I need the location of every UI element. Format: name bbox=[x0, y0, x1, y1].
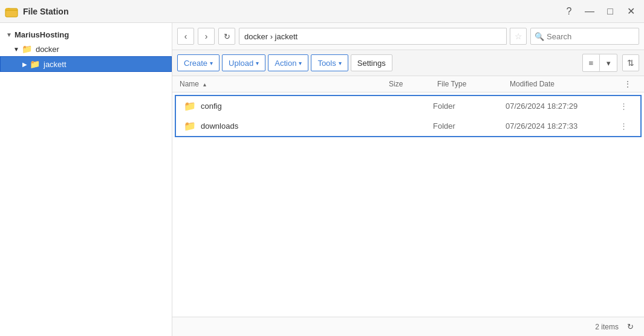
back-button[interactable]: ‹ bbox=[177, 28, 194, 45]
sort-indicator: ▴ bbox=[203, 81, 206, 88]
create-button[interactable]: Create ▾ bbox=[177, 54, 220, 71]
tree-arrow-root: ▼ bbox=[6, 31, 12, 38]
tree-arrow-docker: ▼ bbox=[13, 46, 19, 53]
create-label: Create bbox=[184, 59, 207, 68]
col-header-date[interactable]: Modified Date bbox=[510, 80, 619, 88]
search-bar: 🔍 bbox=[530, 28, 639, 45]
col-header-name[interactable]: Name ▴ bbox=[180, 80, 389, 88]
item-count: 2 items bbox=[595, 323, 619, 331]
app-body: ▼ MariusHosting ▼ 📁 docker ▶ 📁 jackett ‹… bbox=[0, 23, 644, 336]
settings-button[interactable]: Settings bbox=[351, 54, 392, 71]
col-header-more[interactable]: ⋮ bbox=[619, 80, 637, 88]
close-button[interactable]: ✕ bbox=[622, 4, 639, 19]
tools-caret: ▾ bbox=[339, 60, 342, 66]
app-icon bbox=[5, 5, 18, 18]
table-row[interactable]: 📁 downloads Folder 07/26/2024 18:27:33 ⋮ bbox=[176, 116, 640, 136]
col-size-label: Size bbox=[389, 80, 403, 88]
more-icon: ⋮ bbox=[624, 80, 631, 88]
statusbar: 2 items ↻ bbox=[172, 317, 644, 336]
action-button[interactable]: Action ▾ bbox=[268, 54, 308, 71]
sidebar-root-label: MariusHosting bbox=[15, 30, 69, 39]
sidebar-jackett-label: jackett bbox=[44, 60, 67, 69]
folder-icon-downloads: 📁 bbox=[184, 120, 196, 132]
sidebar-item-jackett[interactable]: ▶ 📁 jackett bbox=[0, 56, 172, 72]
create-caret: ▾ bbox=[210, 60, 213, 66]
sidebar: ▼ MariusHosting ▼ 📁 docker ▶ 📁 jackett bbox=[0, 23, 172, 336]
view-btn-group: ≡ ▾ bbox=[582, 54, 617, 72]
folder-icon-jackett: 📁 bbox=[30, 59, 40, 69]
tools-button[interactable]: Tools ▾ bbox=[311, 54, 348, 71]
maximize-button[interactable]: □ bbox=[602, 4, 619, 19]
svg-rect-0 bbox=[5, 8, 18, 17]
col-type-label: File Type bbox=[437, 80, 466, 88]
upload-button[interactable]: Upload ▾ bbox=[222, 54, 265, 71]
view-options-icon: ▾ bbox=[607, 59, 611, 68]
star-button[interactable]: ☆ bbox=[510, 28, 527, 45]
sidebar-docker-label: docker bbox=[36, 45, 59, 54]
path-text: docker › jackett bbox=[244, 32, 298, 41]
col-header-type[interactable]: File Type bbox=[437, 80, 510, 88]
titlebar-controls: ? — □ ✕ bbox=[561, 4, 639, 19]
path-bar: docker › jackett bbox=[239, 28, 507, 45]
list-view-icon: ≡ bbox=[589, 59, 594, 68]
statusbar-refresh-button[interactable]: ↻ bbox=[623, 320, 637, 334]
upload-caret: ▾ bbox=[256, 60, 259, 66]
settings-label: Settings bbox=[357, 59, 386, 68]
help-button[interactable]: ? bbox=[561, 4, 577, 19]
view-options-button[interactable]: ▾ bbox=[600, 54, 617, 71]
search-icon: 🔍 bbox=[535, 32, 544, 41]
file-type-downloads: Folder bbox=[433, 121, 506, 131]
file-date-downloads: 07/26/2024 18:27:33 bbox=[506, 121, 614, 131]
file-name-config: config bbox=[201, 102, 385, 111]
list-view-button[interactable]: ≡ bbox=[583, 54, 600, 71]
minimize-button[interactable]: — bbox=[581, 4, 598, 19]
sort-button[interactable]: ⇅ bbox=[622, 54, 639, 71]
tools-label: Tools bbox=[317, 59, 336, 68]
table-row[interactable]: 📁 config Folder 07/26/2024 18:27:29 ⋮ bbox=[176, 96, 640, 116]
content-area: ‹ › ↻ docker › jackett ☆ 🔍 Create ▾ Uplo… bbox=[172, 23, 644, 336]
file-type-config: Folder bbox=[433, 102, 506, 111]
col-name-label: Name bbox=[180, 80, 199, 88]
col-date-label: Modified Date bbox=[510, 80, 555, 88]
forward-button[interactable]: › bbox=[198, 28, 215, 45]
col-header-size[interactable]: Size bbox=[389, 80, 437, 88]
sidebar-root[interactable]: ▼ MariusHosting bbox=[0, 28, 172, 42]
toolbar: ‹ › ↻ docker › jackett ☆ 🔍 bbox=[172, 23, 644, 50]
file-date-config: 07/26/2024 18:27:29 bbox=[506, 102, 614, 111]
search-input[interactable] bbox=[547, 32, 631, 41]
file-name-downloads: downloads bbox=[201, 121, 385, 131]
file-list-header: Name ▴ Size File Type Modified Date ⋮ bbox=[172, 76, 644, 92]
sidebar-item-docker[interactable]: ▼ 📁 docker bbox=[0, 42, 172, 56]
sort-icon: ⇅ bbox=[627, 58, 634, 68]
app-title: File Station bbox=[23, 7, 68, 16]
file-more-downloads[interactable]: ⋮ bbox=[614, 121, 633, 131]
upload-label: Upload bbox=[229, 59, 253, 68]
file-name-col: 📁 downloads bbox=[184, 120, 385, 132]
action-caret: ▾ bbox=[299, 60, 302, 66]
action-bar: Create ▾ Upload ▾ Action ▾ Tools ▾ Setti… bbox=[172, 50, 644, 76]
tree-arrow-jackett: ▶ bbox=[22, 61, 27, 68]
folder-icon-config: 📁 bbox=[184, 100, 196, 112]
file-rows-container: 📁 config Folder 07/26/2024 18:27:29 ⋮ 📁 … bbox=[175, 95, 642, 137]
action-label: Action bbox=[275, 59, 296, 68]
file-list: Name ▴ Size File Type Modified Date ⋮ bbox=[172, 76, 644, 317]
folder-icon-docker: 📁 bbox=[22, 44, 32, 54]
star-icon: ☆ bbox=[515, 31, 522, 41]
refresh-button[interactable]: ↻ bbox=[218, 28, 235, 45]
titlebar: File Station ? — □ ✕ bbox=[0, 0, 644, 23]
file-name-col: 📁 config bbox=[184, 100, 385, 112]
titlebar-left: File Station bbox=[5, 5, 68, 18]
statusbar-refresh-icon: ↻ bbox=[627, 322, 634, 331]
file-more-config[interactable]: ⋮ bbox=[614, 102, 633, 111]
